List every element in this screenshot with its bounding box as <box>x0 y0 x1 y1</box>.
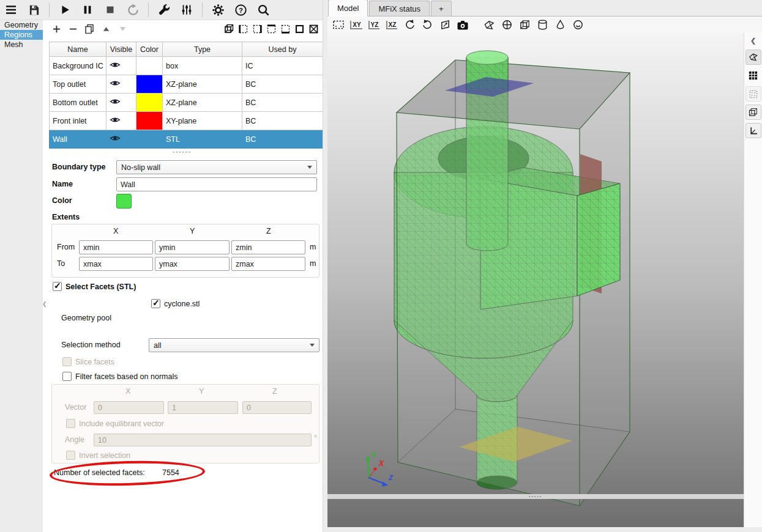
color-swatch[interactable] <box>136 75 162 93</box>
mesh-grid-button[interactable] <box>745 68 761 83</box>
build-wrench-icon[interactable] <box>157 2 171 17</box>
table-row-selected[interactable]: Wall STL BC <box>50 130 323 149</box>
panel-splitter[interactable] <box>323 0 327 532</box>
rotate-ccw-icon[interactable] <box>403 19 416 31</box>
save-icon[interactable] <box>26 2 41 17</box>
sidebar-item-geometry[interactable]: Geometry <box>0 20 43 30</box>
eye-icon[interactable] <box>110 98 121 105</box>
search-icon[interactable] <box>256 2 271 17</box>
eye-icon[interactable] <box>110 135 121 142</box>
xmax-field[interactable]: xmax <box>79 257 153 271</box>
wire-cube-button[interactable] <box>745 105 761 120</box>
axes-toggle-button[interactable] <box>745 123 761 138</box>
zmin-field[interactable]: zmin <box>231 240 305 254</box>
stop-icon[interactable] <box>103 2 118 17</box>
help-icon[interactable]: ? <box>233 2 248 17</box>
cyclone-stl-label: cyclone.stl <box>164 300 200 308</box>
boundary-type-combo[interactable]: No-slip wall <box>116 160 317 174</box>
add-region-icon[interactable] <box>51 23 62 34</box>
color-swatch[interactable] <box>136 112 162 130</box>
to-label: To <box>57 259 65 268</box>
plane-top-region-icon[interactable] <box>266 23 277 34</box>
region-name-field[interactable]: Wall <box>116 177 317 191</box>
select-facets-checkbox[interactable] <box>53 282 62 291</box>
stl-region-icon[interactable] <box>308 23 319 34</box>
splitter-dots[interactable]: •••••• <box>173 149 192 155</box>
sphere-axes-icon[interactable] <box>500 19 514 31</box>
table-row[interactable]: Background IC box IC <box>50 57 323 75</box>
parameters-sliders-icon[interactable] <box>179 2 194 17</box>
selection-method-combo[interactable]: all <box>149 338 319 352</box>
angle-field: 10 <box>94 434 312 446</box>
panel-collapse-handle[interactable]: ❮ <box>42 300 47 308</box>
xmin-field[interactable]: xmin <box>79 240 153 254</box>
settings-gear-icon[interactable] <box>211 2 225 17</box>
vector-y-field: 1 <box>168 401 238 414</box>
ymin-field[interactable]: ymin <box>155 240 230 254</box>
cyclone-stl-checkbox[interactable] <box>151 299 160 308</box>
rotate-cw-icon[interactable] <box>420 19 434 31</box>
plane-region-icon[interactable] <box>294 23 305 34</box>
chevron-down-icon <box>307 166 312 169</box>
plane-left-region-icon[interactable] <box>237 23 248 34</box>
tab-add[interactable]: + <box>431 1 452 16</box>
color-button[interactable] <box>116 194 132 209</box>
regions-table: Name Visible Color Type Used by Backgrou… <box>49 42 323 149</box>
perspective-icon[interactable] <box>438 19 452 31</box>
chevron-down-icon <box>310 344 315 347</box>
3d-viewport[interactable]: Y X Z <box>327 33 744 527</box>
view-xz-icon[interactable]: XZ <box>385 19 398 31</box>
box-region-icon[interactable] <box>223 23 234 34</box>
zmax-field[interactable]: zmax <box>231 257 305 271</box>
clock-icon[interactable] <box>571 19 585 31</box>
duplicate-region-icon[interactable] <box>84 23 95 34</box>
collapse-chevron-icon[interactable]: ❮ <box>744 37 762 45</box>
table-row[interactable]: Front inlet XY-plane BC <box>50 112 323 130</box>
color-swatch[interactable] <box>136 130 162 148</box>
move-up-icon[interactable] <box>100 23 111 34</box>
run-icon[interactable] <box>58 2 72 17</box>
remove-region-icon[interactable] <box>67 23 78 34</box>
table-row[interactable]: Top outlet XZ-plane BC <box>50 75 323 94</box>
stl-file-icon <box>749 53 758 62</box>
col-used-by[interactable]: Used by <box>242 42 323 57</box>
stl-file-icon[interactable] <box>482 19 496 31</box>
eye-icon[interactable] <box>110 61 121 68</box>
plane-right-region-icon[interactable] <box>252 23 263 34</box>
vector-y-header: Y <box>199 387 204 396</box>
menu-icon[interactable] <box>4 2 18 17</box>
plane-bottom-region-icon[interactable] <box>280 23 291 34</box>
table-row[interactable]: Bottom outlet XZ-plane BC <box>50 94 323 112</box>
tab-model[interactable]: Model <box>328 0 368 17</box>
col-type[interactable]: Type <box>163 42 242 57</box>
geometry-stl-button[interactable] <box>745 50 761 65</box>
screenshot-camera-icon[interactable] <box>456 19 469 31</box>
view-tabbar: Model MFiX status + <box>327 0 762 17</box>
sidebar-item-mesh[interactable]: Mesh <box>0 40 43 50</box>
reset-view-icon[interactable] <box>332 19 345 31</box>
tab-mfix-status[interactable]: MFiX status <box>369 1 430 16</box>
invert-selection-checkbox <box>66 451 75 460</box>
sidebar-item-regions[interactable]: Regions <box>0 30 43 40</box>
view-xy-icon[interactable]: XY <box>349 19 363 31</box>
col-visible[interactable]: Visible <box>106 42 136 57</box>
cone-icon[interactable] <box>553 19 567 31</box>
view-panel: Model MFiX status + XY YZ XZ <box>327 0 762 532</box>
reset-icon[interactable] <box>125 2 140 17</box>
move-down-icon[interactable] <box>117 23 128 34</box>
color-swatch[interactable] <box>136 94 162 111</box>
eye-icon[interactable] <box>110 79 121 87</box>
col-color[interactable]: Color <box>136 42 163 57</box>
pause-icon[interactable] <box>80 2 95 17</box>
col-name[interactable]: Name <box>50 42 106 57</box>
color-swatch[interactable] <box>136 57 162 75</box>
view-yz-icon[interactable]: YZ <box>367 19 381 31</box>
filter-facets-checkbox[interactable] <box>62 372 72 381</box>
ymax-field[interactable]: ymax <box>155 257 230 271</box>
viewport-bottom-splitter[interactable]: ••••• <box>327 494 744 499</box>
regions-visibility-button[interactable] <box>745 86 761 102</box>
eye-icon[interactable] <box>110 116 121 124</box>
regions-icon <box>749 89 758 99</box>
cube-icon[interactable] <box>518 19 531 31</box>
cylinder-icon[interactable] <box>536 19 549 31</box>
